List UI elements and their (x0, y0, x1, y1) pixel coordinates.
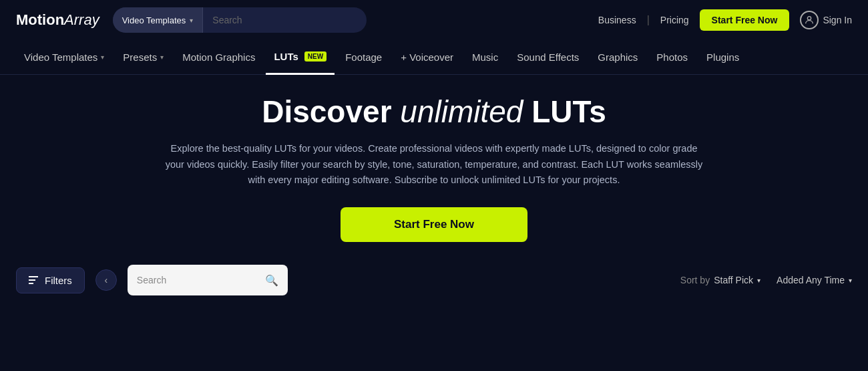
sort-value: Staff Pick (714, 275, 753, 285)
chevron-down-icon: ▾ (160, 53, 164, 61)
new-badge: NEW (304, 51, 327, 61)
chevron-down-icon: ▾ (190, 17, 193, 24)
nav-item-video-templates[interactable]: Video Templates ▾ (16, 40, 112, 75)
filters-icon (29, 276, 38, 284)
sign-in-button[interactable]: Sign In (800, 11, 852, 29)
top-bar-right: Business | Pricing Start Free Now Sign I… (598, 9, 852, 31)
hero-title: Discover unlimited LUTs (262, 95, 606, 129)
top-bar: MotionArray Video Templates ▾ Business |… (0, 0, 868, 40)
nav-item-photos[interactable]: Photos (648, 40, 696, 75)
nav-bar: Video Templates ▾ Presets ▾ Motion Graph… (0, 40, 868, 75)
nav-label: Sound Effects (517, 51, 579, 63)
chevron-down-icon: ▾ (101, 53, 104, 61)
search-wrapper: Video Templates ▾ (113, 7, 367, 33)
nav-item-music[interactable]: Music (464, 40, 506, 75)
added-time-label: Added Any Time (777, 275, 845, 285)
nav-item-luts[interactable]: LUTs NEW (266, 40, 335, 75)
logo[interactable]: MotionArray (16, 11, 99, 29)
secondary-search-bar: 🔍 (128, 265, 288, 295)
nav-label: + Voiceover (401, 51, 453, 63)
chevron-left-icon: ‹ (105, 275, 108, 285)
filters-button[interactable]: Filters (16, 267, 85, 293)
nav-label: Plugins (706, 51, 739, 63)
svg-point-0 (808, 17, 811, 20)
nav-label: LUTs (274, 51, 298, 62)
nav-item-sound-effects[interactable]: Sound Effects (509, 40, 587, 75)
nav-item-motion-graphics[interactable]: Motion Graphics (174, 40, 263, 75)
hero-title-normal: Discover (262, 94, 400, 129)
business-link[interactable]: Business (598, 15, 636, 25)
nav-item-footage[interactable]: Footage (337, 40, 390, 75)
hero-section: Discover unlimited LUTs Explore the best… (0, 75, 868, 255)
secondary-search-input[interactable] (137, 275, 260, 285)
start-free-top-button[interactable]: Start Free Now (700, 9, 790, 31)
search-input[interactable] (203, 7, 366, 33)
nav-item-plugins[interactable]: Plugins (698, 40, 747, 75)
collapse-filters-button[interactable]: ‹ (95, 269, 117, 291)
hero-description: Explore the best-quality LUTs for your v… (160, 141, 708, 189)
nav-label: Video Templates (24, 51, 97, 63)
nav-item-voiceover[interactable]: + Voiceover (393, 40, 461, 75)
start-free-hero-button[interactable]: Start Free Now (341, 207, 527, 242)
sort-prefix: Sort by (680, 275, 710, 285)
chevron-down-icon: ▾ (849, 277, 852, 284)
logo-text-italic: Array (64, 11, 99, 28)
sort-dropdown[interactable]: Sort by Staff Pick ▾ (680, 275, 761, 285)
added-time-dropdown[interactable]: Added Any Time ▾ (777, 275, 852, 285)
nav-item-presets[interactable]: Presets ▾ (115, 40, 172, 75)
search-icon: 🔍 (265, 274, 278, 287)
hero-title-italic: unlimited (400, 94, 523, 129)
search-category-label: Video Templates (122, 15, 186, 25)
divider: | (647, 14, 650, 26)
sign-in-label: Sign In (823, 15, 852, 25)
search-category-dropdown[interactable]: Video Templates ▾ (113, 7, 204, 33)
nav-label: Graphics (598, 51, 638, 63)
account-icon (800, 11, 819, 29)
nav-label: Photos (656, 51, 688, 63)
hero-title-end: LUTs (523, 94, 606, 129)
nav-label: Presets (123, 51, 157, 63)
filters-bar: Filters ‹ 🔍 Sort by Staff Pick ▾ Added A… (0, 255, 868, 305)
chevron-down-icon: ▾ (757, 277, 761, 284)
nav-label: Music (472, 51, 498, 63)
nav-label: Footage (345, 51, 382, 63)
filters-label: Filters (45, 275, 72, 286)
nav-item-graphics[interactable]: Graphics (590, 40, 646, 75)
nav-label: Motion Graphics (182, 51, 255, 63)
pricing-link[interactable]: Pricing (660, 15, 689, 25)
logo-text-regular: Motion (16, 11, 64, 28)
filters-right: Sort by Staff Pick ▾ Added Any Time ▾ (680, 275, 852, 285)
